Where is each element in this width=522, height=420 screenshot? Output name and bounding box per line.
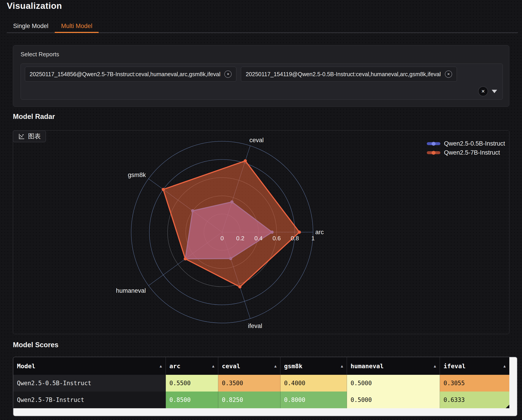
select-reports-label: Select Reports [21,51,59,58]
score-cell: 0.5000 [347,391,440,408]
svg-text:0: 0 [221,235,224,242]
column-header-label: ceval [222,363,240,370]
svg-text:0.8: 0.8 [291,235,299,242]
sort-ascending-icon[interactable]: ▲ [503,364,506,368]
column-header-label: humaneval [351,363,384,370]
vertical-scrollbar[interactable] [509,357,517,416]
select-reports-panel: Select Reports 20250117_154856@Qwen2.5-7… [13,45,509,107]
radar-chart[interactable]: 00.20.40.60.81arccevalgsm8khumanevalifev… [13,131,509,334]
svg-text:gsm8k: gsm8k [128,172,146,178]
score-cell: 0.3500 [218,375,280,391]
legend-line-marker [427,142,440,145]
score-cell: 0.8500 [166,391,218,408]
tab-multi-model[interactable]: Multi Model [55,20,99,33]
legend-item[interactable]: Qwen2.5-7B-Instruct [427,149,505,156]
legend-line-marker [427,151,440,154]
scatter-chart-icon [18,133,25,140]
column-header-model[interactable]: Model▲ [13,357,166,375]
sort-ascending-icon[interactable]: ▲ [434,364,436,368]
score-cell: 0.5500 [166,375,218,391]
column-header-ceval[interactable]: ceval▲ [218,357,280,375]
report-chips: 20250117_154856@Qwen2.5-7B-Instruct:ceva… [25,67,457,82]
column-header-arc[interactable]: arc▲ [166,357,218,375]
score-cell: 0.8000 [280,391,347,408]
column-header-humaneval[interactable]: humaneval▲ [347,357,440,375]
table-row: Qwen2.5-0.5B-Instruct0.55000.35000.40000… [13,375,509,391]
legend: Qwen2.5-0.5B-InstructQwen2.5-7B-Instruct [427,140,505,156]
legend-label: Qwen2.5-7B-Instruct [444,149,500,156]
tab-single-model[interactable]: Single Model [7,20,55,33]
tab-bar: Single Model Multi Model [7,20,518,33]
scores-section-heading: Model Scores [13,341,59,349]
table-body: Qwen2.5-0.5B-Instruct0.55000.35000.40000… [13,375,509,408]
column-header-label: ifeval [444,363,466,370]
dropdown-caret-icon[interactable] [492,90,497,93]
score-cell: 0.3055 [440,375,509,391]
column-header-label: arc [169,363,180,370]
report-chip[interactable]: 20250117_154856@Qwen2.5-7B-Instruct:ceva… [25,67,236,82]
svg-text:0.4: 0.4 [254,235,263,242]
column-header-gsm8k[interactable]: gsm8k▲ [280,357,347,375]
reports-multiselect[interactable]: 20250117_154856@Qwen2.5-7B-Instruct:ceva… [21,64,503,100]
sort-ascending-icon[interactable]: ▲ [274,364,276,368]
sort-ascending-icon[interactable]: ▲ [341,364,343,368]
svg-text:arc: arc [315,229,324,236]
legend-dot-icon [431,151,435,155]
chart-tab-button[interactable]: 图表 [13,130,46,142]
score-cell: 0.5000 [347,375,440,391]
select-controls: ✕ [478,86,497,96]
column-header-label: gsm8k [284,363,302,370]
score-cell: 0.6333 [440,391,509,408]
column-header-label: Model [17,363,35,370]
column-header-ifeval[interactable]: ifeval▲ [440,357,509,375]
clear-icon: ✕ [481,89,485,94]
report-chip-label: 20250117_154856@Qwen2.5-7B-Instruct:ceva… [30,71,220,77]
sort-ascending-icon[interactable]: ▲ [212,364,215,368]
model-name-cell: Qwen2.5-0.5B-Instruct [13,375,166,391]
svg-text:0.6: 0.6 [273,235,281,242]
legend-label: Qwen2.5-0.5B-Instruct [444,140,505,147]
svg-text:ifeval: ifeval [248,322,262,329]
table-header-row: Model▲arc▲ceval▲gsm8k▲humaneval▲ifeval▲ [13,357,509,375]
chip-remove-icon[interactable]: ✕ [224,71,232,78]
score-cell: 0.4000 [280,375,347,391]
sort-ascending-icon[interactable]: ▲ [160,364,162,368]
table-main: Model▲arc▲ceval▲gsm8k▲humaneval▲ifeval▲ … [13,357,509,416]
chip-remove-icon[interactable]: ✕ [445,71,452,78]
horizontal-scrollbar[interactable] [13,408,509,416]
svg-text:humaneval: humaneval [116,287,146,294]
report-chip-label: 20250117_154119@Qwen2.5-0.5B-Instruct:ce… [246,71,441,77]
radar-section-heading: Model Radar [13,112,55,121]
legend-item[interactable]: Qwen2.5-0.5B-Instruct [427,140,505,147]
chart-tab-label: 图表 [28,132,41,141]
radar-chart-container: 00.20.40.60.81arccevalgsm8khumanevalifev… [13,130,509,334]
svg-text:1: 1 [311,235,315,242]
score-cell: 0.8250 [218,391,280,408]
table-row: Qwen2.5-7B-Instruct0.85000.82500.80000.5… [13,391,509,408]
report-chip[interactable]: 20250117_154119@Qwen2.5-0.5B-Instruct:ce… [241,67,457,82]
page-title: Visualization [7,1,62,11]
model-scores-table: Model▲arc▲ceval▲gsm8k▲humaneval▲ifeval▲ … [13,357,517,416]
svg-text:0.2: 0.2 [236,235,244,242]
clear-all-button[interactable]: ✕ [478,86,488,96]
visualization-page: Visualization Single Model Multi Model S… [0,0,522,420]
svg-text:ceval: ceval [249,137,264,143]
legend-dot-icon [431,142,435,146]
model-name-cell: Qwen2.5-7B-Instruct [13,391,166,408]
